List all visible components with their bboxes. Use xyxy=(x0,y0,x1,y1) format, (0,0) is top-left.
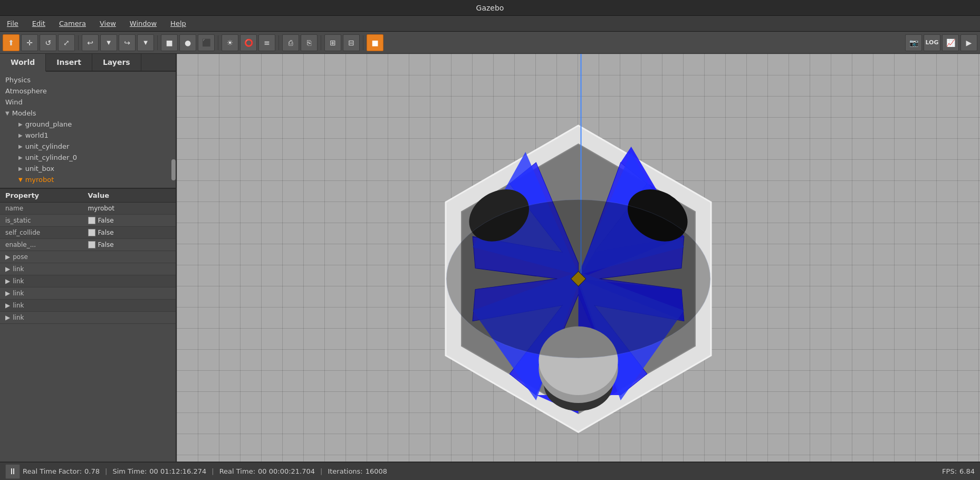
physics-label: Physics xyxy=(5,76,31,84)
prop-row-link-3[interactable]: ▶ link xyxy=(0,287,176,300)
tree-item-world1[interactable]: ▶ world1 xyxy=(0,130,176,141)
translate-tool-button[interactable]: ✛ xyxy=(21,34,38,51)
scene-svg xyxy=(177,54,980,462)
menu-camera[interactable]: Camera xyxy=(55,18,90,29)
tree-item-models[interactable]: ▼ Models xyxy=(0,108,176,119)
prop-row-link-1[interactable]: ▶ link xyxy=(0,263,176,275)
tree-item-unit-cylinder-0[interactable]: ▶ unit_cylinder_0 xyxy=(0,152,176,163)
app-title: Gazebo xyxy=(476,4,504,12)
pause-button[interactable]: ⏸ xyxy=(5,464,20,479)
rotate-tool-button[interactable]: ↺ xyxy=(40,34,56,51)
scale-tool-button[interactable]: ⤢ xyxy=(58,34,75,51)
screenshot-button[interactable]: 📷 xyxy=(905,34,922,51)
menu-file[interactable]: File xyxy=(3,18,23,29)
tree-item-unit-box[interactable]: ▶ unit_box xyxy=(0,163,176,174)
myrobot-label: myrobot xyxy=(25,176,54,184)
graph-button[interactable]: 📈 xyxy=(942,34,959,51)
link4-arrow-icon: ▶ xyxy=(5,302,10,309)
wind-label: Wind xyxy=(5,98,23,106)
point-light-button[interactable]: ⭕ xyxy=(240,34,257,51)
tab-bar: World Insert Layers xyxy=(0,54,176,72)
separator-1 xyxy=(78,35,79,50)
prop-key-enable: enable_... xyxy=(5,241,88,248)
copy-button[interactable]: ⎙ xyxy=(282,34,299,51)
sun-light-button[interactable]: ☀ xyxy=(222,34,238,51)
redo-button[interactable]: ↪ xyxy=(119,34,136,51)
tree-item-myrobot[interactable]: ▼ myrobot xyxy=(0,174,176,185)
prop-key-is-static: is_static xyxy=(5,217,88,224)
prop-row-link-2[interactable]: ▶ link xyxy=(0,275,176,287)
prop-val-self-collide: False xyxy=(88,229,171,236)
cylinder-shape-button[interactable]: ⬛ xyxy=(198,34,215,51)
prop-col-property: Property xyxy=(5,191,88,199)
tab-insert[interactable]: Insert xyxy=(46,54,92,71)
video-button[interactable]: ▶ xyxy=(960,34,977,51)
link2-arrow-icon: ▶ xyxy=(5,277,10,285)
models-label: Models xyxy=(12,109,36,117)
iter-label: Iterations: xyxy=(328,467,362,475)
enable-checkbox[interactable] xyxy=(88,241,95,248)
iter-value: 16008 xyxy=(366,467,387,475)
link1-label: link xyxy=(13,265,24,273)
spot-light-button[interactable]: ≡ xyxy=(258,34,275,51)
link3-label: link xyxy=(13,290,24,297)
unit-cylinder-label: unit_cylinder xyxy=(25,142,70,150)
prop-row-is-static: is_static False xyxy=(0,215,176,227)
titlebar: Gazebo xyxy=(0,0,980,16)
rtf-value: 0.78 xyxy=(84,467,100,475)
status-sep-1: | xyxy=(105,467,107,475)
self-collide-checkbox[interactable] xyxy=(88,229,95,236)
prop-key-name: name xyxy=(5,205,88,212)
tree-item-wind[interactable]: Wind xyxy=(0,97,176,108)
align-button[interactable]: ⊞ xyxy=(324,34,341,51)
sphere-shape-button[interactable]: ● xyxy=(179,34,196,51)
tree-item-ground-plane[interactable]: ▶ ground_plane xyxy=(0,119,176,130)
unit-box-arrow-icon: ▶ xyxy=(18,166,23,171)
link5-label: link xyxy=(13,314,24,321)
menu-window[interactable]: Window xyxy=(126,18,161,29)
prop-row-link-4[interactable]: ▶ link xyxy=(0,300,176,312)
tree-item-atmosphere[interactable]: Atmosphere xyxy=(0,85,176,97)
menu-edit[interactable]: Edit xyxy=(28,18,50,29)
menu-view[interactable]: View xyxy=(95,18,120,29)
unit-cylinder-arrow-icon: ▶ xyxy=(18,143,23,149)
tree-item-physics[interactable]: Physics xyxy=(0,74,176,85)
log-button[interactable]: LOG xyxy=(924,34,940,51)
status-sep-2: | xyxy=(212,467,214,475)
box-shape-button[interactable]: ■ xyxy=(161,34,178,51)
undo-arrow-button[interactable]: ▼ xyxy=(100,34,117,51)
is-static-checkbox[interactable] xyxy=(88,217,95,224)
fps-value: 6.84 xyxy=(959,467,975,475)
separator-5 xyxy=(321,35,321,50)
tab-layers[interactable]: Layers xyxy=(92,54,141,71)
separator-4 xyxy=(278,35,279,50)
paste-button[interactable]: ⎘ xyxy=(301,34,318,51)
menu-help[interactable]: Help xyxy=(166,18,190,29)
scroll-handle[interactable] xyxy=(171,159,176,180)
snap-button[interactable]: ⊟ xyxy=(343,34,360,51)
tab-world[interactable]: World xyxy=(0,54,46,72)
separator-6 xyxy=(363,35,363,50)
link1-arrow-icon: ▶ xyxy=(5,265,10,273)
prop-row-pose[interactable]: ▶ pose xyxy=(0,251,176,263)
prop-key-self-collide: self_collide xyxy=(5,229,88,236)
main-area: World Insert Layers Physics Atmosphere W… xyxy=(0,54,980,462)
separator-3 xyxy=(218,35,218,50)
undo-button[interactable]: ↩ xyxy=(82,34,99,51)
sim-label: Sim Time: xyxy=(112,467,147,475)
pose-label: pose xyxy=(13,253,28,261)
unit-cylinder-0-arrow-icon: ▶ xyxy=(18,155,23,160)
prop-row-link-5[interactable]: ▶ link xyxy=(0,312,176,324)
prop-val-name: myrobot xyxy=(88,205,171,212)
select-tool-button[interactable]: ⬆ xyxy=(3,34,20,51)
link3-arrow-icon: ▶ xyxy=(5,290,10,297)
real-value: 00 00:00:21.704 xyxy=(258,467,315,475)
ground-plane-label: ground_plane xyxy=(25,120,72,128)
tree-item-unit-cylinder[interactable]: ▶ unit_cylinder xyxy=(0,141,176,152)
statusbar: ⏸ Real Time Factor: 0.78 | Sim Time: 00 … xyxy=(0,462,980,480)
sim-value: 00 01:12:16.274 xyxy=(149,467,206,475)
prop-row-enable: enable_... False xyxy=(0,239,176,251)
orange-box-button[interactable]: ■ xyxy=(367,34,383,51)
viewport[interactable] xyxy=(177,54,980,462)
redo-arrow-button[interactable]: ▼ xyxy=(137,34,154,51)
